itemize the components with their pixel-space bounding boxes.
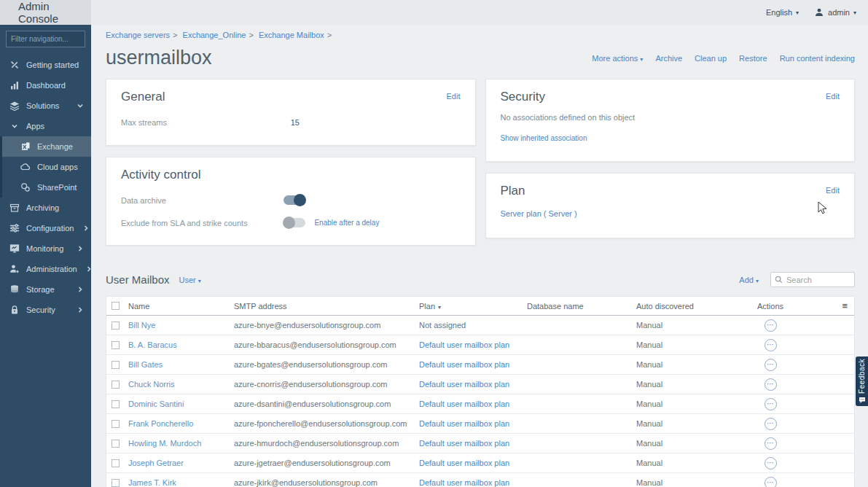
plan-link[interactable]: Default user mailbox plan: [419, 400, 509, 408]
table-row: Bill Nye azure-bnye@endusersolutionsgrou…: [106, 316, 854, 335]
plan-link[interactable]: Default user mailbox plan: [419, 439, 509, 448]
row-actions-button[interactable]: ⋯: [765, 477, 777, 487]
mailbox-name-link[interactable]: B. A. Baracus: [128, 340, 177, 349]
sidebar-item-label: Security: [26, 305, 55, 314]
breadcrumb-link-exchange-online[interactable]: Exchange_Online: [183, 31, 246, 39]
chevron-down-icon: ▾: [796, 9, 799, 16]
general-edit-link[interactable]: Edit: [447, 92, 461, 101]
row-checkbox[interactable]: [112, 440, 120, 448]
plan-link[interactable]: Default user mailbox plan: [419, 360, 509, 369]
sidebar-item-label: Apps: [26, 122, 44, 130]
show-inherited-association-link[interactable]: Show inherited association: [501, 134, 587, 142]
column-header-plan[interactable]: Plan▾: [419, 302, 527, 311]
sidebar-item-configuration[interactable]: Configuration: [0, 218, 91, 238]
exclude-sla-toggle[interactable]: [284, 218, 305, 227]
add-button[interactable]: Add ▾: [739, 276, 759, 284]
sidebar-item-getting-started[interactable]: Getting started: [0, 55, 91, 75]
enable-after-delay-link[interactable]: Enable after a delay: [314, 219, 379, 227]
column-header-name[interactable]: Name: [128, 302, 234, 311]
sidebar-item-cloud-apps[interactable]: Cloud apps: [2, 157, 91, 177]
table-row: B. A. Baracus azure-bbaracus@endusersolu…: [106, 335, 854, 355]
archive-button[interactable]: Archive: [655, 54, 682, 63]
sort-caret-icon: ▾: [438, 304, 441, 311]
row-actions-button[interactable]: ⋯: [765, 437, 777, 450]
breadcrumb-link-exchange-servers[interactable]: Exchange servers: [106, 31, 170, 39]
row-checkbox[interactable]: [112, 459, 120, 467]
row-actions-button[interactable]: ⋯: [765, 457, 777, 470]
mailbox-name-link[interactable]: James T. Kirk: [128, 478, 176, 487]
run-content-indexing-button[interactable]: Run content indexing: [780, 54, 855, 63]
search-input[interactable]: [786, 276, 848, 284]
sidebar-item-archiving[interactable]: Archiving: [0, 198, 91, 218]
row-checkbox[interactable]: [112, 420, 120, 428]
sidebar-item-monitoring[interactable]: Monitoring: [0, 238, 91, 259]
sidebar-item-security[interactable]: Security: [0, 300, 91, 320]
user-type-filter-dropdown[interactable]: User ▾: [179, 276, 201, 284]
activity-control-card: Activity control Data archive Exclude fr…: [106, 157, 476, 246]
breadcrumb-link-exchange-mailbox[interactable]: Exchange Mailbox: [259, 31, 324, 39]
mailbox-name-link[interactable]: Chuck Norris: [128, 380, 175, 389]
plan-link[interactable]: Default user mailbox plan: [419, 340, 509, 349]
more-actions-button[interactable]: More actions ▾: [592, 54, 643, 63]
column-header-auto[interactable]: Auto discovered: [636, 302, 748, 311]
sidebar-item-storage[interactable]: Storage: [0, 279, 91, 300]
data-archive-toggle[interactable]: [284, 195, 305, 205]
select-all-checkbox[interactable]: [112, 302, 120, 310]
row-actions-button[interactable]: ⋯: [765, 398, 777, 410]
smtp-address: azure-fponcherello@endusersolutionsgroup…: [234, 419, 419, 428]
sidebar-item-exchange[interactable]: Exchange: [2, 136, 91, 157]
row-checkbox[interactable]: [112, 479, 120, 487]
clean-up-button[interactable]: Clean up: [695, 54, 727, 63]
mailbox-name-link[interactable]: Frank Poncherello: [128, 419, 193, 428]
sidebar: Getting started Dashboard Solutions Apps…: [0, 25, 91, 487]
mailbox-name-link[interactable]: Bill Gates: [128, 360, 163, 369]
column-header-smtp[interactable]: SMTP address: [234, 302, 419, 311]
security-edit-link[interactable]: Edit: [826, 92, 840, 101]
plan-edit-link[interactable]: Edit: [826, 186, 840, 195]
row-checkbox[interactable]: [112, 381, 120, 389]
breadcrumb-separator: >: [249, 31, 253, 39]
row-checkbox[interactable]: [112, 341, 120, 349]
row-checkbox[interactable]: [112, 400, 120, 408]
auto-discovered: Manual: [636, 340, 748, 349]
sidebar-item-label: SharePoint: [37, 183, 77, 192]
mailbox-name-link[interactable]: Joseph Getraer: [128, 459, 184, 467]
feedback-tab[interactable]: Feedback: [856, 357, 868, 406]
mailbox-name-link[interactable]: Bill Nye: [128, 321, 155, 330]
smtp-address: azure-jkirk@endusersolutionsgroup.com: [234, 478, 419, 487]
sidebar-item-label: Configuration: [26, 224, 74, 233]
sidebar-item-administration[interactable]: Administration: [0, 259, 91, 279]
mailbox-name-link[interactable]: Dominic Santini: [128, 400, 184, 408]
language-dropdown[interactable]: English ▾: [766, 8, 799, 17]
row-actions-button[interactable]: ⋯: [765, 378, 777, 391]
row-actions-button[interactable]: ⋯: [765, 319, 777, 332]
plan-link[interactable]: Default user mailbox plan: [419, 419, 509, 428]
filter-navigation-input[interactable]: [6, 31, 85, 47]
chevron-right-icon: [74, 305, 85, 315]
layers-icon: [9, 101, 20, 111]
column-settings-menu-icon[interactable]: ≡: [842, 300, 854, 311]
row-actions-button[interactable]: ⋯: [765, 418, 777, 430]
row-checkbox[interactable]: [112, 322, 120, 330]
restore-button[interactable]: Restore: [739, 54, 767, 63]
plan-link[interactable]: Default user mailbox plan: [419, 380, 509, 389]
sidebar-item-dashboard[interactable]: Dashboard: [0, 75, 91, 96]
row-checkbox[interactable]: [112, 361, 120, 369]
plan-card: Plan Edit Server plan ( Server ): [485, 173, 856, 238]
server-plan-link[interactable]: Server plan ( Server ): [501, 209, 577, 218]
mailbox-name-link[interactable]: Howling M. Murdoch: [128, 439, 201, 448]
sidebar-item-label: Dashboard: [26, 81, 66, 90]
sidebar-item-apps[interactable]: Apps: [0, 116, 91, 136]
column-header-database[interactable]: Database name: [527, 302, 636, 311]
security-card-title: Security: [501, 90, 840, 104]
user-menu[interactable]: admin ▾: [813, 7, 856, 17]
max-streams-value: 15: [291, 118, 300, 127]
row-actions-button[interactable]: ⋯: [765, 359, 777, 371]
plan-link[interactable]: Default user mailbox plan: [419, 478, 509, 487]
sidebar-item-sharepoint[interactable]: SharePoint: [2, 177, 91, 198]
row-actions-button[interactable]: ⋯: [765, 339, 777, 351]
admin-user-icon: [9, 264, 20, 274]
sidebar-item-solutions[interactable]: Solutions: [0, 96, 91, 116]
sharepoint-icon: [20, 182, 31, 192]
plan-link[interactable]: Default user mailbox plan: [419, 459, 509, 467]
